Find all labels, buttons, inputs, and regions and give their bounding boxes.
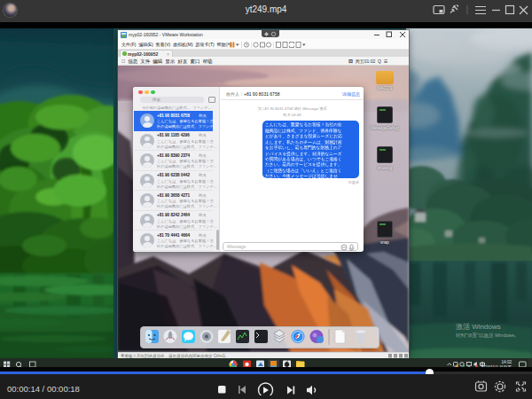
svg-text:14:02: 14:02 xyxy=(502,360,512,364)
